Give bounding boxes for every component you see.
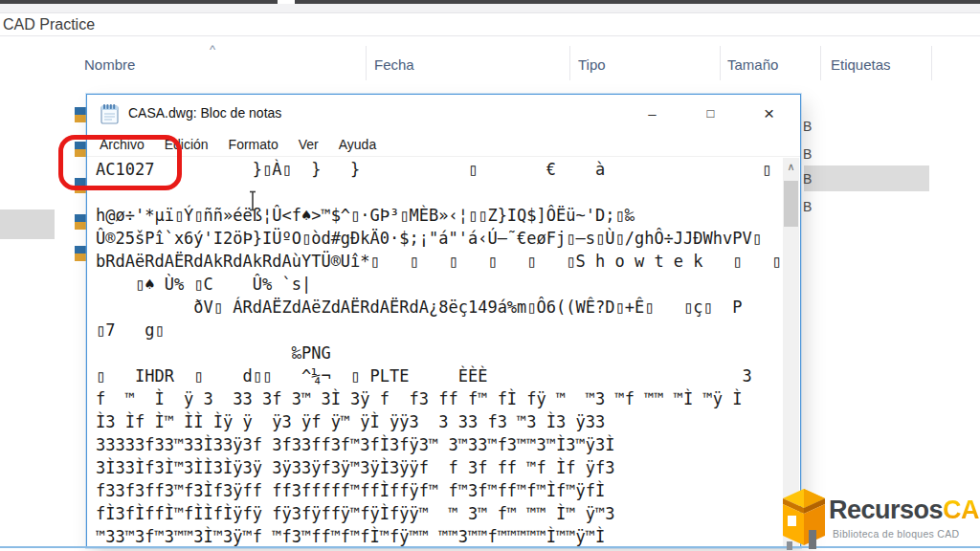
text-line: ‰PNG — [96, 342, 783, 364]
text-line: ▯ IHDR ▯ d▯▯ ^¼¬ ▯ PLTE ÈÈÈ 3 — [96, 364, 783, 387]
text-line: ▯7 g▯ — [96, 319, 783, 342]
column-divider[interactable] — [569, 46, 570, 80]
close-button[interactable]: × — [740, 95, 798, 132]
recursoscad-logo: RecursosCAD Biblioteca de bloques CAD — [773, 486, 980, 551]
menu-ver[interactable]: Ver — [299, 132, 319, 157]
text-line: bRdAëRdAËRdAkRdAkRdAùYTÜ®Uî*▯ ▯ ▯ ▯ ▯ ▯S… — [96, 250, 783, 273]
title-separator — [0, 35, 980, 36]
notepad-text-content[interactable]: AC1027 }▯À▯ } } ▯ € à ▯ h@ø÷'*µï▯Ý▯ññ»éë… — [96, 158, 783, 547]
notepad-menubar: ArchivoEdiciónFormatoVerAyuda — [87, 132, 800, 157]
logo-wordmark: RecursosCAD — [829, 496, 980, 525]
maximize-button[interactable]: □ — [681, 95, 740, 132]
text-line: fÌ3fÌffÌ™fÌÌfÌÿfÿ fÿ3fÿffÿ™fÿÌfÿÿ™ ™ 3™ … — [96, 502, 783, 525]
notepad-window: CASA.dwg: Bloc de notas – □ × ArchivoEdi… — [86, 94, 801, 548]
window-title: CASA.dwg: Bloc de notas — [128, 105, 281, 121]
notepad-app-icon — [100, 102, 121, 129]
file-size-fragment: B — [803, 119, 822, 134]
text-line: h@ø÷'*µï▯Ý▯ññ»éëß¦Û<f♠>™$^▯·GÞ³▯MÈB»‹¦▯▯… — [96, 204, 783, 227]
text-line: Ì3 Ìf Ì™ ÌÌ Ìÿ ÿ ÿ3 ÿf ÿ™ ÿÌ ÿÿ3 3 33 f3… — [96, 410, 783, 433]
logo-text-recursos: Recursos — [829, 496, 943, 524]
column-divider[interactable] — [820, 46, 821, 80]
window-controls: – □ × — [623, 95, 798, 132]
text-line: 33333f33™33Ì33ÿ3f 3f33ff3f™3fÌ3fÿ3™ 3™33… — [96, 433, 783, 456]
column-divider[interactable] — [720, 46, 721, 80]
file-size-fragment: B — [803, 146, 822, 162]
text-line: ▯♠ Ù% ▯C Û% `s| — [96, 273, 783, 296]
text-line: AC1027 }▯À▯ } } ▯ € à ▯ — [96, 158, 783, 181]
sort-caret-icon[interactable]: ^ — [210, 42, 215, 56]
column-divider[interactable] — [931, 46, 932, 80]
text-line: ™33™3f™3™™3Ì™3ÿ™f ™f3™ff™f™fÌ™fÿ™™ ™™3™™… — [96, 525, 783, 547]
column-header-tipo[interactable]: Tipo — [578, 56, 606, 73]
column-divider[interactable] — [366, 46, 367, 80]
text-line: 3Ì33Ìf3Ì™3ÌÌ3Ìÿ3ÿ 3ÿ33ÿf3ÿ™3ÿÌ3ÿÿf f 3f … — [96, 456, 783, 479]
column-header-etiquetas[interactable]: Etiquetas — [831, 56, 891, 73]
file-size-fragment: B — [803, 199, 822, 214]
selected-row-highlight[interactable] — [804, 165, 929, 191]
top-strip — [0, 4, 980, 13]
column-header-fecha[interactable]: Fecha — [374, 56, 414, 73]
selected-row-highlight[interactable] — [0, 209, 55, 239]
column-header-nombre[interactable]: Nombre — [84, 56, 135, 73]
text-line: f ™ Ì ÿ 3 33 3f 3™ 3Ì 3ÿ f f3 ff f™ fÌ f… — [96, 387, 783, 410]
text-line — [96, 181, 783, 204]
text-cursor-ibeam — [247, 190, 258, 215]
screen: CAD Practice NombreFechaTipoTamañoEtique… — [0, 0, 980, 551]
notepad-titlebar[interactable]: CASA.dwg: Bloc de notas – □ × — [87, 95, 800, 132]
scrollbar-thumb[interactable] — [784, 181, 798, 227]
minimize-button[interactable]: – — [623, 95, 681, 132]
page-title: CAD Practice — [3, 16, 95, 33]
text-line: f33f3ff3™f3Ìf3ÿff ff3fffff™ffÌffÿf™ f™3f… — [96, 479, 783, 502]
text-line: ðV▯ ÁRdAËZdAëZdAËRdAËRdA¿8ëç149á%m▯Ô6((W… — [96, 296, 783, 319]
red-highlight-annotation — [58, 135, 182, 190]
scroll-up-arrow-icon[interactable]: ∧ — [783, 158, 799, 175]
menu-formato[interactable]: Formato — [229, 132, 278, 157]
file-size-fragment: B — [803, 171, 822, 187]
menu-ayuda[interactable]: Ayuda — [339, 132, 376, 157]
column-header-tamaño[interactable]: Tamaño — [727, 56, 778, 73]
logo-tagline: Biblioteca de bloques CAD — [833, 528, 959, 540]
logo-text-cad: CAD — [943, 496, 980, 524]
cad-box-icon — [777, 488, 831, 551]
text-line: Û®25šPî`x6ý'I2öÞ}IÜºO▯òd#gÐkÄ0·$;¡"á"'á‹… — [96, 227, 783, 250]
